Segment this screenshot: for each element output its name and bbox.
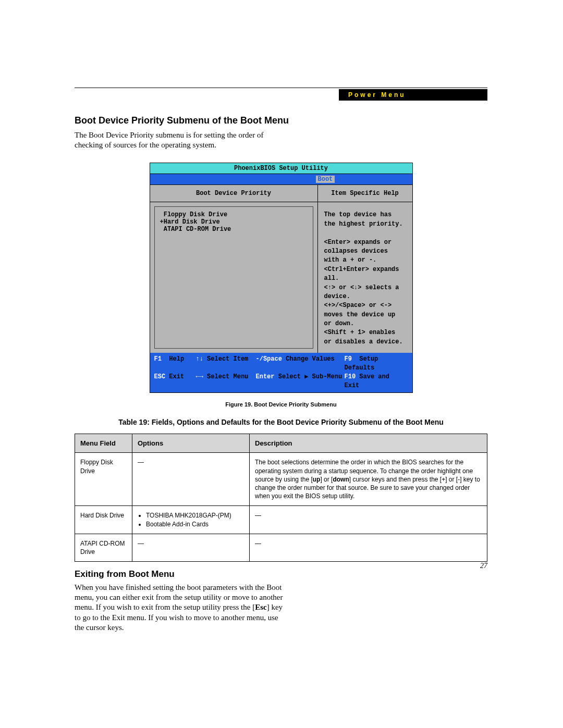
bios-label-select-submenu: Select ▶ Sub-Menu: [278, 373, 342, 380]
header-rule: [75, 88, 487, 88]
page-number: 27: [480, 562, 487, 570]
th-description: Description: [250, 434, 487, 453]
bios-device-0: Floppy Disk Drive: [160, 211, 308, 218]
section-tab-label: Power Menu: [339, 89, 487, 101]
th-options: Options: [132, 434, 250, 453]
bios-title: PhoenixBIOS Setup Utility: [150, 163, 412, 174]
bios-label-select-menu: Select Menu: [207, 373, 248, 380]
bios-label-change-values: Change Values: [286, 355, 335, 363]
bios-device-1: +Hard Disk Drive: [160, 218, 308, 226]
bios-key-enter: Enter: [256, 373, 275, 380]
bios-footer: F1 Help ↑↓ Select Item -/Space Change Va…: [150, 353, 412, 392]
cell-options: —: [132, 534, 250, 561]
table-row: Floppy Disk Drive—The boot selections de…: [75, 453, 487, 506]
bios-key-f9: F9: [345, 355, 352, 363]
bios-label-select-item: Select Item: [207, 355, 248, 363]
table-row: ATAPI CD-ROM Drive——: [75, 534, 487, 561]
table-row: Hard Disk DriveTOSHIBA MHK2018GAP-(PM)Bo…: [75, 506, 487, 534]
table-title: Table 19: Fields, Options and Defaults f…: [75, 418, 487, 426]
cell-options: TOSHIBA MHK2018GAP-(PM)Bootable Add-in C…: [132, 506, 250, 534]
section-heading-boot-priority: Boot Device Priority Submenu of the Boot…: [75, 115, 487, 126]
cell-menu-field: Hard Disk Drive: [75, 506, 132, 534]
cell-description: —: [250, 506, 487, 534]
bios-key-leftright: ←→: [196, 373, 203, 380]
bios-label-exit: Exit: [169, 373, 184, 380]
bios-screenshot: PhoenixBIOS Setup Utility Boot Boot Devi…: [150, 163, 413, 393]
option-item: TOSHIBA MHK2018GAP-(PM): [146, 511, 244, 520]
bios-left-header: Boot Device Priority: [150, 185, 318, 202]
bios-label-help: Help: [169, 355, 184, 363]
bios-key-space: -/Space: [256, 355, 282, 363]
cell-menu-field: Floppy Disk Drive: [75, 453, 132, 506]
bios-menubar: Boot: [150, 174, 412, 185]
figure-caption: Figure 19. Boot Device Priority Submenu: [75, 401, 487, 408]
bios-key-f1: F1: [154, 355, 162, 363]
section-heading-exiting: Exiting from Boot Menu: [75, 569, 487, 579]
section-intro-paragraph: The Boot Device Priority submenu is for …: [75, 130, 288, 150]
cell-description: The boot selections determine the order …: [250, 453, 487, 506]
bios-key-f10: F10: [345, 373, 356, 380]
bios-help-text: The top device has the highest priority.…: [318, 202, 412, 353]
option-item: Bootable Add-in Cards: [146, 520, 244, 528]
bios-device-2: ATAPI CD-ROM Drive: [160, 226, 308, 233]
header-band: Power Menu: [75, 89, 487, 101]
bios-device-list: Floppy Disk Drive +Hard Disk Drive ATAPI…: [154, 206, 313, 349]
bios-key-esc: ESC: [154, 373, 166, 380]
bios-key-updown: ↑↓: [196, 355, 203, 363]
cell-description: —: [250, 534, 487, 561]
exiting-paragraph: When you have finished setting the boot …: [75, 583, 288, 633]
bios-menu-boot: Boot: [316, 176, 335, 183]
fields-table: Menu Field Options Description Floppy Di…: [75, 434, 487, 562]
th-menu-field: Menu Field: [75, 434, 132, 453]
cell-menu-field: ATAPI CD-ROM Drive: [75, 534, 132, 561]
cell-options: —: [132, 453, 250, 506]
bios-right-header: Item Specific Help: [318, 185, 412, 202]
